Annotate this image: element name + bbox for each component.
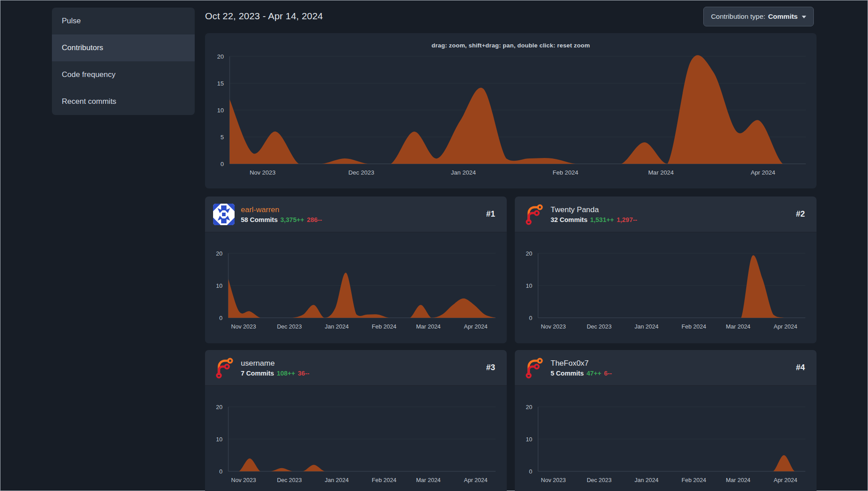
avatar[interactable] — [213, 357, 235, 379]
svg-text:Mar 2024: Mar 2024 — [416, 323, 440, 330]
avatar[interactable] — [213, 204, 235, 225]
contributor-card-twenty-panda: Twenty Panda 32 Commits1,531++1,297-- #2… — [515, 196, 817, 343]
svg-text:20: 20 — [217, 53, 224, 60]
svg-text:Mar 2024: Mar 2024 — [726, 323, 750, 330]
svg-text:Feb 2024: Feb 2024 — [681, 323, 706, 330]
svg-text:Nov 2023: Nov 2023 — [250, 169, 276, 176]
svg-text:Jan 2024: Jan 2024 — [634, 323, 658, 330]
commit-count: 5 Commits — [551, 370, 584, 377]
svg-text:Feb 2024: Feb 2024 — [553, 169, 579, 176]
svg-text:0: 0 — [220, 161, 224, 167]
contributor-activity-chart[interactable]: 01020Nov 2023Dec 2023Jan 2024Feb 2024Mar… — [205, 232, 507, 343]
sidebar-item-pulse[interactable]: Pulse — [52, 8, 195, 34]
svg-text:0: 0 — [219, 315, 222, 321]
deletions-count: 1,297-- — [616, 216, 637, 223]
svg-text:Apr 2024: Apr 2024 — [774, 477, 797, 483]
contributor-name-link[interactable]: Twenty Panda — [551, 205, 790, 215]
rank-badge: #4 — [796, 363, 805, 372]
contributor-stats: 32 Commits1,531++1,297-- — [551, 216, 790, 223]
deletions-count: 286-- — [307, 216, 322, 223]
commit-count: 7 Commits — [241, 370, 274, 377]
contributor-name-link[interactable]: earl-warren — [241, 205, 480, 215]
svg-text:10: 10 — [526, 436, 532, 443]
svg-text:20: 20 — [216, 404, 222, 410]
svg-text:Nov 2023: Nov 2023 — [231, 477, 256, 483]
svg-text:20: 20 — [526, 404, 532, 410]
svg-text:Apr 2024: Apr 2024 — [751, 169, 775, 176]
additions-count: 1,531++ — [590, 216, 614, 223]
svg-text:Mar 2024: Mar 2024 — [726, 477, 750, 483]
svg-text:10: 10 — [526, 282, 532, 289]
contributor-activity-chart[interactable]: 01020Nov 2023Dec 2023Jan 2024Feb 2024Mar… — [515, 386, 817, 491]
svg-text:10: 10 — [217, 107, 224, 114]
deletions-count: 6-- — [604, 370, 612, 377]
contributor-name-link[interactable]: username — [241, 359, 480, 369]
forgejo-logo-icon — [523, 204, 544, 225]
contributor-activity-chart[interactable]: 01020Nov 2023Dec 2023Jan 2024Feb 2024Mar… — [515, 232, 817, 343]
forgejo-logo-icon — [523, 357, 544, 379]
contributor-activity-chart[interactable]: 01020Nov 2023Dec 2023Jan 2024Feb 2024Mar… — [205, 386, 507, 491]
identicon-avatar — [213, 204, 235, 225]
date-range-title: Oct 22, 2023 - Apr 14, 2024 — [205, 11, 323, 21]
svg-text:Jan 2024: Jan 2024 — [451, 169, 476, 176]
svg-text:5: 5 — [220, 134, 224, 141]
svg-text:Dec 2023: Dec 2023 — [587, 323, 612, 330]
svg-text:Nov 2023: Nov 2023 — [541, 477, 566, 483]
svg-text:Apr 2024: Apr 2024 — [464, 477, 487, 483]
svg-text:0: 0 — [529, 315, 532, 321]
svg-text:Apr 2024: Apr 2024 — [774, 323, 797, 330]
svg-text:Dec 2023: Dec 2023 — [277, 477, 302, 483]
svg-text:10: 10 — [216, 436, 222, 443]
contributor-card-thefox0x7: TheFox0x7 5 Commits47++6-- #4 01020Nov 2… — [515, 350, 817, 491]
contribution-type-label: Contribution type: — [711, 13, 765, 21]
svg-text:Dec 2023: Dec 2023 — [587, 477, 612, 483]
svg-text:Dec 2023: Dec 2023 — [277, 323, 302, 330]
svg-text:0: 0 — [529, 468, 532, 475]
svg-text:Nov 2023: Nov 2023 — [541, 323, 566, 330]
svg-text:20: 20 — [216, 250, 222, 257]
contribution-type-value: Commits — [768, 13, 798, 21]
rank-badge: #3 — [486, 363, 495, 372]
contributor-card-username: username 7 Commits108++36-- #3 01020Nov … — [205, 350, 507, 491]
svg-text:Jan 2024: Jan 2024 — [325, 477, 349, 483]
svg-text:15: 15 — [217, 80, 224, 87]
contribution-type-dropdown[interactable]: Contribution type: Commits — [703, 7, 814, 26]
svg-text:Mar 2024: Mar 2024 — [416, 477, 440, 483]
contributor-stats: 5 Commits47++6-- — [551, 370, 790, 377]
svg-text:Apr 2024: Apr 2024 — [464, 323, 487, 330]
svg-text:Mar 2024: Mar 2024 — [648, 169, 674, 176]
commit-count: 58 Commits — [241, 216, 278, 223]
commit-count: 32 Commits — [551, 216, 587, 223]
rank-badge: #1 — [486, 209, 495, 219]
contributor-card-earl-warren: earl-warren 58 Commits3,375++286-- #1 01… — [205, 196, 507, 343]
contributor-stats: 58 Commits3,375++286-- — [241, 216, 480, 223]
svg-text:20: 20 — [526, 250, 532, 257]
deletions-count: 36-- — [298, 370, 309, 377]
zoom-hint: drag: zoom, shift+drag: pan, double clic… — [205, 42, 817, 49]
svg-text:Nov 2023: Nov 2023 — [231, 323, 256, 330]
svg-text:0: 0 — [219, 468, 222, 475]
svg-text:Dec 2023: Dec 2023 — [348, 169, 374, 176]
activity-sidebar: Pulse Contributors Code frequency Recent… — [52, 8, 195, 115]
chevron-down-icon — [802, 16, 806, 18]
contributor-stats: 7 Commits108++36-- — [241, 370, 480, 377]
sidebar-item-recent-commits[interactable]: Recent commits — [52, 88, 195, 115]
additions-count: 108++ — [277, 370, 295, 377]
rank-badge: #2 — [796, 209, 805, 219]
sidebar-item-code-frequency[interactable]: Code frequency — [52, 61, 195, 88]
svg-text:Feb 2024: Feb 2024 — [681, 477, 706, 483]
overall-activity-chart[interactable]: 05101520Nov 2023Dec 2023Jan 2024Feb 2024… — [205, 33, 817, 188]
sidebar-item-contributors[interactable]: Contributors — [52, 34, 195, 61]
overall-activity-card: 05101520Nov 2023Dec 2023Jan 2024Feb 2024… — [205, 33, 817, 188]
forgejo-logo-icon — [213, 357, 235, 379]
additions-count: 3,375++ — [280, 216, 304, 223]
avatar[interactable] — [523, 357, 544, 379]
svg-text:Jan 2024: Jan 2024 — [634, 477, 658, 483]
contributor-name-link[interactable]: TheFox0x7 — [551, 359, 790, 369]
avatar[interactable] — [523, 204, 544, 225]
svg-text:10: 10 — [216, 282, 222, 289]
svg-text:Feb 2024: Feb 2024 — [372, 323, 396, 330]
svg-text:Jan 2024: Jan 2024 — [325, 323, 349, 330]
svg-text:Feb 2024: Feb 2024 — [372, 477, 396, 483]
additions-count: 47++ — [586, 370, 601, 377]
